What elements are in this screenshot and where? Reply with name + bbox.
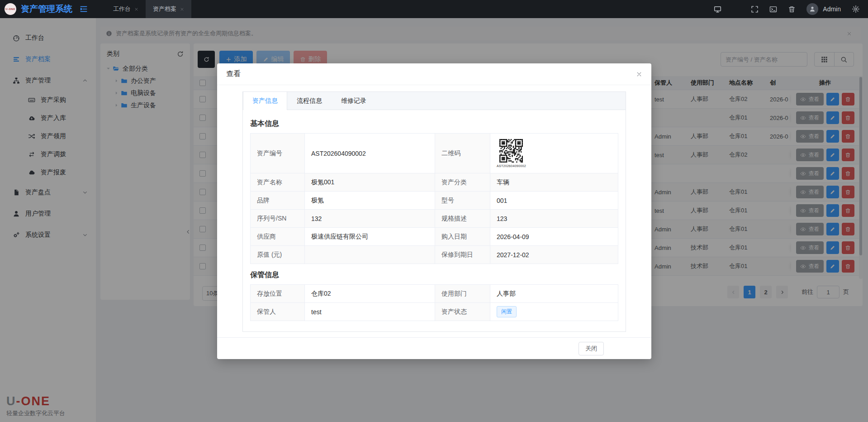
close-button[interactable]: 关闭 (579, 342, 604, 355)
view-dialog: 查看 资产信息流程信息维修记录 基本信息资产编号AST202604090002二… (217, 63, 651, 359)
dialog-tab[interactable]: 资产信息 (243, 92, 287, 110)
detail-table: 资产编号AST202604090002二维码AST202604090002资产名… (250, 133, 618, 264)
app-title: 资产管理系统 (21, 3, 72, 15)
dialog-footer: 关闭 (217, 337, 651, 359)
dialog-title: 查看 (226, 69, 241, 79)
field-value: 123 (490, 210, 618, 228)
dialog-tab[interactable]: 流程信息 (287, 92, 332, 110)
menu-fold-icon[interactable] (80, 5, 88, 13)
field-value: 2027-12-02 (490, 246, 618, 264)
user-icon (809, 6, 816, 12)
topbar-tab[interactable]: 工作台 (106, 0, 146, 18)
field-label: 资产状态 (435, 303, 490, 321)
qr-code: AST202604090002 (497, 137, 526, 169)
dialog-close-icon[interactable] (636, 71, 642, 77)
topbar-tab[interactable]: 资产档案 (146, 0, 191, 18)
field-value: 仓库02 (305, 285, 435, 303)
settings-gear-icon[interactable] (852, 5, 860, 13)
dialog-body: 基本信息资产编号AST202604090002二维码AST20260409000… (243, 110, 626, 334)
field-label: 保管人 (251, 303, 305, 321)
field-label: 原值 (元) (251, 246, 305, 264)
dialog-tab[interactable]: 维修记录 (332, 92, 376, 110)
field-value: AST202604090002 (305, 134, 435, 173)
field-value: 极速供应链有限公司 (305, 228, 435, 246)
field-label: 存放位置 (251, 285, 305, 303)
fullscreen-icon[interactable] (751, 5, 759, 13)
field-value: 001 (490, 192, 618, 210)
tab-close-icon (180, 7, 184, 11)
status-badge: 闲置 (497, 306, 517, 317)
field-value (305, 246, 435, 264)
translate-icon[interactable] (732, 5, 740, 13)
field-value: 极氪 (305, 192, 435, 210)
terminal-icon[interactable] (769, 5, 777, 13)
field-label: 资产编号 (251, 134, 305, 173)
username[interactable]: Admin (823, 5, 841, 13)
section-title: 保管信息 (250, 270, 618, 280)
topbar-tabs: 工作台资产档案 (106, 0, 191, 18)
topbar-actions: Admin (714, 3, 868, 15)
field-label: 二维码 (435, 134, 490, 173)
field-label: 规格描述 (435, 210, 490, 228)
field-label: 资产名称 (251, 173, 305, 192)
field-value: 2026-04-09 (490, 228, 618, 246)
field-value: 极氪001 (305, 173, 435, 192)
tab-close-icon (134, 7, 138, 11)
field-label: 品牌 (251, 192, 305, 210)
field-value: 车辆 (490, 173, 618, 192)
dialog-header: 查看 (217, 63, 651, 85)
field-value: 闲置 (490, 303, 618, 321)
qr-caption: AST202604090002 (497, 164, 526, 168)
topbar-tab-label: 资产档案 (153, 5, 176, 13)
field-label: 保修到期日 (435, 246, 490, 264)
field-label: 供应商 (251, 228, 305, 246)
dialog-tabbar: 资产信息流程信息维修记录 (243, 92, 626, 110)
detail-table: 存放位置仓库02使用部门人事部保管人test资产状态闲置 (250, 284, 618, 321)
monitor-icon[interactable] (714, 5, 721, 13)
section-title: 基本信息 (250, 119, 618, 129)
field-value: test (305, 303, 435, 321)
topbar: U-ONE 资产管理系统 工作台资产档案 Admin (0, 0, 868, 18)
field-label: 使用部门 (435, 285, 490, 303)
topbar-tab-label: 工作台 (113, 5, 131, 13)
field-value: AST202604090002 (490, 134, 618, 173)
field-label: 型号 (435, 192, 490, 210)
app-logo: U-ONE (5, 3, 16, 15)
field-label: 购入日期 (435, 228, 490, 246)
trash-icon[interactable] (788, 5, 796, 13)
field-value: 132 (305, 210, 435, 228)
field-label: 资产分类 (435, 173, 490, 192)
dialog-tabs-container: 资产信息流程信息维修记录 基本信息资产编号AST202604090002二维码A… (242, 91, 626, 332)
avatar[interactable] (806, 3, 818, 15)
field-label: 序列号/SN (251, 210, 305, 228)
field-value: 人事部 (490, 285, 618, 303)
app-screen: U-ONE 资产管理系统 工作台资产档案 Admin 工作台资产档案资产管理资产… (0, 0, 868, 422)
